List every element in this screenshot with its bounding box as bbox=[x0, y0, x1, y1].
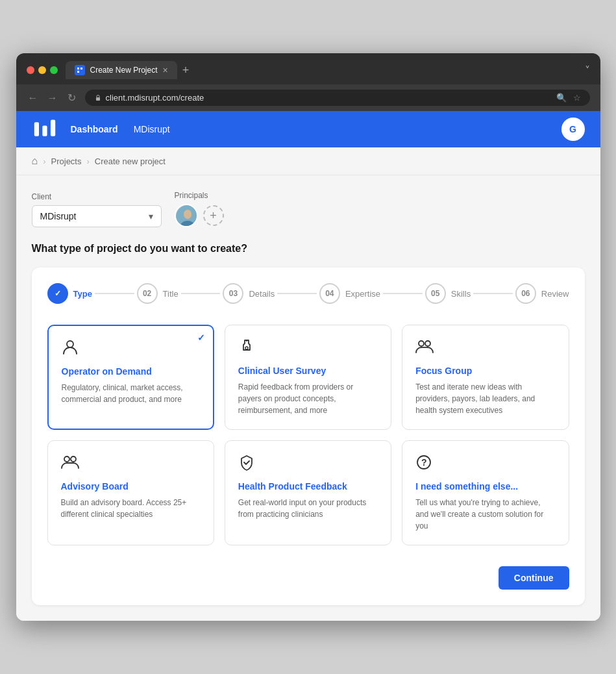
something-else-desc: Tell us what you're trying to achieve, a… bbox=[415, 497, 555, 532]
step-5-label: Skills bbox=[451, 289, 471, 299]
minimize-button[interactable] bbox=[38, 66, 46, 74]
step-connector-4-5 bbox=[383, 293, 423, 294]
svg-rect-6 bbox=[51, 120, 55, 136]
step-1[interactable]: ✓ Type bbox=[47, 283, 92, 304]
step-4-bubble: 04 bbox=[319, 283, 340, 304]
health-feedback-name: Health Product Feedback bbox=[238, 481, 378, 492]
lock-icon bbox=[94, 94, 102, 102]
breadcrumb-current: Create new project bbox=[95, 156, 166, 166]
svg-point-10 bbox=[184, 210, 191, 219]
step-3-bubble: 03 bbox=[223, 283, 243, 304]
type-option-advisory-board[interactable]: Advisory Board Build an advisory board. … bbox=[47, 440, 214, 545]
bookmark-icon[interactable]: ☆ bbox=[573, 93, 581, 103]
svg-rect-0 bbox=[77, 68, 79, 69]
new-tab-button[interactable]: + bbox=[182, 64, 190, 77]
step-2[interactable]: 02 Title bbox=[137, 283, 179, 304]
breadcrumb: ⌂ › Projects › Create new project bbox=[16, 147, 600, 175]
type-option-something-else[interactable]: ? I need something else... Tell us what … bbox=[402, 440, 569, 545]
browser-addressbar: ← → ↻ client.mdisrupt.com/create 🔍 ☆ bbox=[16, 84, 600, 111]
principals-label: Principals bbox=[175, 191, 224, 200]
principals-field: Principals + bbox=[175, 191, 224, 227]
operator-icon bbox=[62, 339, 200, 360]
principal-avatar-1 bbox=[175, 204, 198, 227]
traffic-lights bbox=[27, 66, 58, 74]
close-button[interactable] bbox=[27, 66, 34, 74]
step-6-label: Review bbox=[541, 289, 569, 299]
app-logo[interactable] bbox=[32, 118, 58, 141]
svg-rect-2 bbox=[77, 71, 79, 73]
step-3[interactable]: 03 Details bbox=[223, 283, 275, 304]
form-row: Client MDisrupt ▾ Principals bbox=[32, 191, 585, 227]
step-connector-1-2 bbox=[95, 293, 134, 294]
type-grid: ✓ Operator on Demand Regulatory, clinica… bbox=[47, 325, 569, 545]
focus-group-name: Focus Group bbox=[415, 366, 555, 376]
step-1-label: Type bbox=[73, 289, 92, 299]
client-select[interactable]: MDisrupt ▾ bbox=[32, 205, 162, 227]
continue-button[interactable]: Continue bbox=[499, 566, 569, 590]
client-value: MDisrupt bbox=[40, 211, 77, 221]
advisory-board-icon bbox=[61, 454, 201, 475]
operator-desc: Regulatory, clinical, market access, com… bbox=[62, 382, 200, 405]
health-feedback-icon bbox=[238, 454, 378, 475]
breadcrumb-home[interactable]: ⌂ bbox=[32, 155, 38, 167]
tabs-chevron[interactable]: ˅ bbox=[585, 64, 590, 77]
clinical-name: Clinical User Survey bbox=[238, 366, 378, 376]
search-icon[interactable]: 🔍 bbox=[556, 93, 567, 103]
step-1-bubble: ✓ bbox=[47, 283, 68, 304]
type-option-focus-group[interactable]: Focus Group Test and iterate new ideas w… bbox=[402, 325, 569, 430]
selected-checkmark: ✓ bbox=[197, 332, 205, 343]
step-5-bubble: 05 bbox=[425, 283, 446, 304]
step-6[interactable]: 06 Review bbox=[515, 283, 569, 304]
project-type-card: ✓ Type 02 Title 03 Details 04 Expertise bbox=[32, 268, 585, 605]
focus-group-desc: Test and iterate new ideas with provider… bbox=[415, 381, 555, 416]
browser-window: Create New Project × + ˅ ← → ↻ client.md… bbox=[16, 53, 600, 621]
back-button[interactable]: ← bbox=[27, 92, 40, 104]
refresh-button[interactable]: ↻ bbox=[66, 92, 79, 104]
step-2-label: Title bbox=[163, 289, 179, 299]
main-content: Client MDisrupt ▾ Principals bbox=[16, 175, 600, 621]
address-bar[interactable]: client.mdisrupt.com/create 🔍 ☆ bbox=[85, 90, 590, 106]
breadcrumb-sep-1: › bbox=[43, 156, 45, 166]
browser-tabs: Create New Project × + ˅ bbox=[66, 61, 590, 79]
user-avatar[interactable]: G bbox=[561, 118, 585, 141]
something-else-icon: ? bbox=[415, 454, 555, 475]
svg-point-14 bbox=[419, 341, 424, 346]
step-4-label: Expertise bbox=[345, 289, 380, 299]
advisory-board-desc: Build an advisory board. Access 25+ diff… bbox=[61, 497, 201, 520]
svg-rect-1 bbox=[80, 68, 82, 69]
type-option-operator-on-demand[interactable]: ✓ Operator on Demand Regulatory, clinica… bbox=[47, 325, 214, 430]
step-connector-5-6 bbox=[473, 293, 513, 294]
nav-mdisrupt[interactable]: MDisrupt bbox=[134, 124, 170, 134]
svg-point-12 bbox=[245, 347, 248, 349]
maximize-button[interactable] bbox=[50, 66, 58, 74]
focus-group-icon bbox=[415, 338, 555, 359]
principals-row: + bbox=[175, 204, 224, 227]
type-option-clinical-user-survey[interactable]: Clinical User Survey Rapid feedback from… bbox=[225, 325, 391, 430]
select-arrow-icon: ▾ bbox=[149, 211, 153, 221]
svg-rect-4 bbox=[34, 122, 38, 136]
address-bar-icons: 🔍 ☆ bbox=[556, 93, 581, 103]
svg-rect-5 bbox=[42, 126, 47, 136]
tab-close-button[interactable]: × bbox=[163, 65, 168, 75]
step-2-bubble: 02 bbox=[137, 283, 158, 304]
nav-dashboard[interactable]: Dashboard bbox=[71, 124, 118, 134]
step-connector-2-3 bbox=[181, 293, 221, 294]
add-principal-button[interactable]: + bbox=[203, 205, 224, 226]
step-4[interactable]: 04 Expertise bbox=[319, 283, 380, 304]
breadcrumb-projects[interactable]: Projects bbox=[51, 156, 82, 166]
type-option-health-product-feedback[interactable]: Health Product Feedback Get real-world i… bbox=[225, 440, 391, 545]
principal-person-icon bbox=[176, 205, 198, 227]
clinical-desc: Rapid feedback from providers or payers … bbox=[238, 381, 378, 416]
health-feedback-desc: Get real-world input on your products fr… bbox=[238, 497, 378, 520]
app-header: Dashboard MDisrupt G bbox=[16, 111, 600, 147]
browser-tab-active[interactable]: Create New Project × bbox=[66, 61, 177, 79]
step-5[interactable]: 05 Skills bbox=[425, 283, 471, 304]
svg-point-17 bbox=[71, 456, 76, 462]
svg-point-15 bbox=[425, 341, 430, 346]
something-else-name: I need something else... bbox=[415, 481, 555, 492]
forward-button[interactable]: → bbox=[46, 92, 59, 104]
breadcrumb-sep-2: › bbox=[86, 156, 89, 166]
main-nav: Dashboard MDisrupt bbox=[71, 124, 170, 134]
advisory-board-name: Advisory Board bbox=[61, 481, 201, 492]
svg-point-11 bbox=[67, 341, 73, 347]
